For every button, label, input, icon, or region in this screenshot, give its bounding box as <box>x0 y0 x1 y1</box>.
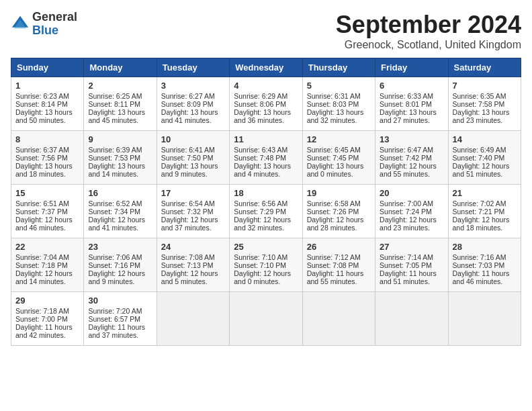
calendar-cell: 30Sunrise: 7:20 AMSunset: 6:57 PMDayligh… <box>84 292 157 346</box>
sunrise-text: Sunrise: 6:39 AM <box>88 146 152 154</box>
calendar-cell <box>375 292 448 346</box>
sunrise-text: Sunrise: 7:08 AM <box>161 253 225 261</box>
sunrise-text: Sunrise: 6:27 AM <box>161 92 225 100</box>
calendar-cell <box>448 292 521 346</box>
sunrise-text: Sunrise: 7:02 AM <box>453 199 517 208</box>
day-number: 25 <box>234 242 298 252</box>
calendar-cell: 28Sunrise: 7:16 AMSunset: 7:03 PMDayligh… <box>448 238 521 292</box>
sunset-text: Sunset: 7:24 PM <box>380 208 443 216</box>
daylight-text: Daylight: 13 hours and 0 minutes. <box>307 162 371 178</box>
calendar-cell: 18Sunrise: 6:56 AMSunset: 7:29 PMDayligh… <box>230 185 302 238</box>
sunrise-text: Sunrise: 6:41 AM <box>161 146 225 154</box>
daylight-text: Daylight: 12 hours and 46 minutes. <box>15 216 79 232</box>
sunset-text: Sunset: 7:45 PM <box>307 154 371 162</box>
sunset-text: Sunset: 7:29 PM <box>234 208 298 216</box>
calendar-cell: 19Sunrise: 6:58 AMSunset: 7:26 PMDayligh… <box>302 185 375 238</box>
daylight-text: Daylight: 12 hours and 51 minutes. <box>453 162 517 178</box>
daylight-text: Daylight: 13 hours and 18 minutes. <box>15 162 79 178</box>
calendar-week-1: 1Sunrise: 6:23 AMSunset: 8:14 PMDaylight… <box>11 77 521 131</box>
sunset-text: Sunset: 7:42 PM <box>380 154 443 162</box>
day-number: 21 <box>453 188 517 198</box>
sunrise-text: Sunrise: 6:45 AM <box>307 146 371 154</box>
calendar-cell: 8Sunrise: 6:37 AMSunset: 7:56 PMDaylight… <box>11 131 84 185</box>
calendar-cell: 22Sunrise: 7:04 AMSunset: 7:18 PMDayligh… <box>11 238 84 292</box>
sunset-text: Sunset: 8:14 PM <box>15 100 79 108</box>
location-title: Greenock, Scotland, United Kingdom <box>336 39 521 51</box>
sunset-text: Sunset: 7:26 PM <box>307 208 371 216</box>
daylight-text: Daylight: 12 hours and 9 minutes. <box>88 269 152 285</box>
sunset-text: Sunset: 7:56 PM <box>15 154 79 162</box>
daylight-text: Daylight: 13 hours and 9 minutes. <box>161 162 225 178</box>
title-area: September 2024 Greenock, Scotland, Unite… <box>336 11 521 51</box>
logo-blue: Blue <box>32 24 77 38</box>
sunset-text: Sunset: 7:48 PM <box>234 154 298 162</box>
calendar-cell: 29Sunrise: 7:18 AMSunset: 7:00 PMDayligh… <box>11 292 84 346</box>
day-number: 5 <box>307 81 371 91</box>
daylight-text: Daylight: 12 hours and 32 minutes. <box>234 216 298 232</box>
sunrise-text: Sunrise: 6:23 AM <box>15 92 79 100</box>
calendar-cell: 20Sunrise: 7:00 AMSunset: 7:24 PMDayligh… <box>375 185 448 238</box>
calendar-cell: 4Sunrise: 6:29 AMSunset: 8:06 PMDaylight… <box>230 77 302 131</box>
sunrise-text: Sunrise: 6:33 AM <box>380 92 443 100</box>
sunset-text: Sunset: 7:58 PM <box>453 100 517 108</box>
weekday-header-thursday: Thursday <box>302 58 375 77</box>
sunset-text: Sunset: 7:18 PM <box>15 261 79 269</box>
sunrise-text: Sunrise: 7:06 AM <box>88 253 152 261</box>
daylight-text: Daylight: 13 hours and 27 minutes. <box>380 108 443 124</box>
daylight-text: Daylight: 11 hours and 42 minutes. <box>15 323 79 339</box>
day-number: 16 <box>88 188 152 198</box>
sunrise-text: Sunrise: 6:54 AM <box>161 199 225 208</box>
daylight-text: Daylight: 13 hours and 14 minutes. <box>88 162 152 178</box>
sunset-text: Sunset: 7:32 PM <box>161 208 225 216</box>
day-number: 22 <box>15 242 79 252</box>
sunset-text: Sunset: 7:00 PM <box>15 315 79 323</box>
calendar-cell: 16Sunrise: 6:52 AMSunset: 7:34 PMDayligh… <box>84 185 157 238</box>
sunrise-text: Sunrise: 6:49 AM <box>453 146 517 154</box>
sunset-text: Sunset: 7:40 PM <box>453 154 517 162</box>
weekday-header-wednesday: Wednesday <box>230 58 302 77</box>
day-number: 27 <box>380 242 443 252</box>
calendar-cell: 2Sunrise: 6:25 AMSunset: 8:11 PMDaylight… <box>84 77 157 131</box>
day-number: 24 <box>161 242 225 252</box>
day-number: 17 <box>161 188 225 198</box>
calendar-cell: 1Sunrise: 6:23 AMSunset: 8:14 PMDaylight… <box>11 77 84 131</box>
sunrise-text: Sunrise: 6:52 AM <box>88 199 152 208</box>
calendar-cell <box>230 292 302 346</box>
daylight-text: Daylight: 13 hours and 50 minutes. <box>15 108 79 124</box>
calendar-cell: 26Sunrise: 7:12 AMSunset: 7:08 PMDayligh… <box>302 238 375 292</box>
day-number: 11 <box>234 134 298 144</box>
sunrise-text: Sunrise: 7:04 AM <box>15 253 79 261</box>
sunrise-text: Sunrise: 6:29 AM <box>234 92 298 100</box>
daylight-text: Daylight: 12 hours and 5 minutes. <box>161 269 225 285</box>
sunrise-text: Sunrise: 7:20 AM <box>88 307 152 315</box>
day-number: 10 <box>161 134 225 144</box>
day-number: 1 <box>15 81 79 91</box>
sunrise-text: Sunrise: 6:25 AM <box>88 92 152 100</box>
weekday-header-sunday: Sunday <box>11 58 84 77</box>
day-number: 8 <box>15 134 79 144</box>
sunset-text: Sunset: 7:05 PM <box>380 261 443 269</box>
day-number: 23 <box>88 242 152 252</box>
daylight-text: Daylight: 13 hours and 41 minutes. <box>161 108 225 124</box>
sunrise-text: Sunrise: 7:00 AM <box>380 199 443 208</box>
calendar-cell: 27Sunrise: 7:14 AMSunset: 7:05 PMDayligh… <box>375 238 448 292</box>
weekday-header-saturday: Saturday <box>448 58 521 77</box>
sunset-text: Sunset: 7:03 PM <box>453 261 517 269</box>
sunrise-text: Sunrise: 6:35 AM <box>453 92 517 100</box>
day-number: 9 <box>88 134 152 144</box>
logo-general: General <box>32 11 77 24</box>
calendar-cell: 21Sunrise: 7:02 AMSunset: 7:21 PMDayligh… <box>448 185 521 238</box>
calendar-cell: 6Sunrise: 6:33 AMSunset: 8:01 PMDaylight… <box>375 77 448 131</box>
calendar-cell: 10Sunrise: 6:41 AMSunset: 7:50 PMDayligh… <box>157 131 229 185</box>
day-number: 28 <box>453 242 517 252</box>
weekday-header-friday: Friday <box>375 58 448 77</box>
sunrise-text: Sunrise: 6:43 AM <box>234 146 298 154</box>
calendar-cell: 9Sunrise: 6:39 AMSunset: 7:53 PMDaylight… <box>84 131 157 185</box>
sunrise-text: Sunrise: 6:56 AM <box>234 199 298 208</box>
calendar-cell: 24Sunrise: 7:08 AMSunset: 7:13 PMDayligh… <box>157 238 229 292</box>
sunrise-text: Sunrise: 6:51 AM <box>15 199 79 208</box>
daylight-text: Daylight: 13 hours and 32 minutes. <box>307 108 371 124</box>
day-number: 14 <box>453 134 517 144</box>
day-number: 7 <box>453 81 517 91</box>
sunrise-text: Sunrise: 7:18 AM <box>15 307 79 315</box>
